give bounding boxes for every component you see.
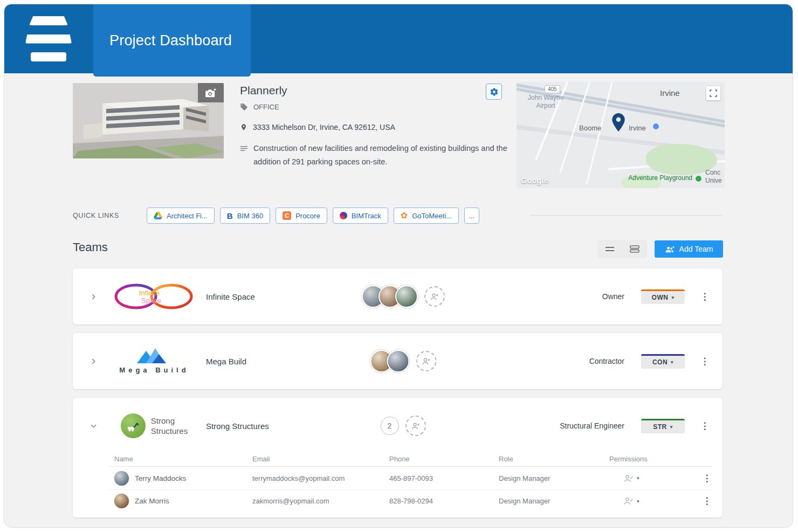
add-member-button[interactable] (424, 286, 445, 307)
caret-down-icon: ▾ (671, 295, 674, 300)
svg-text:Space: Space (141, 296, 161, 305)
caret-down-icon: ▾ (637, 475, 639, 481)
svg-text:Mega Build: Mega Build (119, 366, 189, 374)
map-location-pin-icon[interactable] (611, 113, 625, 134)
member-row-terry-maddocks: Terry Maddocks terrymaddocks@yopmail.com… (108, 467, 712, 489)
bim360-icon: B (227, 211, 233, 220)
expand-chevron-right-icon[interactable] (87, 355, 100, 368)
map-poi-dot-icon (652, 123, 659, 130)
project-settings-button[interactable] (486, 84, 502, 100)
google-drive-icon (154, 212, 162, 219)
add-team-button[interactable]: Add Team (655, 240, 723, 258)
quick-links-divider (530, 215, 723, 216)
member-count-badge[interactable]: 2 (381, 417, 399, 435)
quick-links-more-button[interactable]: ... (464, 208, 479, 224)
page-tab: Project Dashboard (93, 4, 251, 77)
app-window: Project Dashboard (4, 4, 793, 528)
expand-chevron-right-icon[interactable] (87, 290, 100, 303)
map-label-clipped: Conc Unive (705, 169, 725, 185)
tag-icon (240, 103, 248, 111)
change-photo-button[interactable] (198, 83, 224, 102)
team-row-infinite-space: Infinite Space Infinite Space Owner OWN … (73, 268, 723, 324)
teams-view-toggle (597, 240, 647, 258)
person-add-icon (430, 292, 439, 301)
member-phone: 465-897-0093 (389, 474, 499, 482)
plannerly-logo-icon[interactable] (22, 16, 75, 61)
project-type: OFFICE (253, 103, 279, 111)
team-role: Structural Engineer (495, 398, 624, 454)
map-fullscreen-button[interactable] (706, 86, 720, 100)
member-role: Design Manager (499, 497, 609, 505)
col-header-name: Name (114, 455, 252, 463)
members-table-header: Name Email Phone Role Permissions (108, 452, 712, 467)
add-member-button[interactable] (405, 416, 426, 436)
member-email: zakmorris@yopmail.com (252, 497, 389, 505)
project-description: Construction of new facilities and remod… (253, 142, 512, 169)
card-view-icon (630, 245, 639, 253)
team-row-strong-structures: Strong Structures Strong Structures 2 St… (73, 398, 723, 517)
project-thumbnail (73, 83, 224, 158)
team-logo-infinite-space: Infinite Space (106, 268, 202, 324)
members-table: Name Email Phone Role Permissions Terry … (108, 452, 712, 512)
avatar (114, 471, 129, 486)
team-avatars (362, 268, 445, 324)
team-row-mega-build: Mega Build Mega Build Contractor CON ▾ ⋮ (73, 333, 723, 389)
team-role: Owner (495, 268, 624, 324)
project-name: Plannerly (240, 84, 512, 97)
fullscreen-icon (710, 89, 717, 97)
project-address: 3333 Michelson Dr, Irvine, CA 92612, USA (253, 123, 395, 132)
permission-tag-button[interactable]: OWN ▾ (641, 289, 685, 304)
permission-tag-label: OWN (652, 294, 669, 301)
quick-link-architect-files[interactable]: Architect Fi... (147, 208, 215, 224)
member-overflow-menu-button[interactable]: ⋮ (701, 471, 713, 486)
col-header-email: Email (252, 455, 389, 463)
avatar (114, 494, 129, 508)
caret-down-icon: ▾ (637, 499, 639, 504)
member-permissions-button[interactable]: ▾ (623, 474, 639, 483)
add-member-button[interactable] (416, 351, 436, 371)
avatar[interactable] (395, 285, 418, 308)
col-header-permissions: Permissions (609, 455, 701, 463)
gotomeeting-icon: ✿ (401, 211, 408, 220)
map-label-city: Irvine (660, 88, 680, 98)
project-details: Plannerly OFFICE 3333 Michelson Dr, Irvi… (240, 84, 512, 169)
highway-shield-badge: 405 (545, 85, 560, 93)
person-edit-icon (623, 474, 634, 483)
quick-link-bim360[interactable]: B BIM 360 (220, 208, 270, 224)
logo-bar (29, 16, 68, 25)
logo-bar (31, 52, 66, 61)
list-view-icon (605, 246, 615, 252)
collapse-chevron-down-icon[interactable] (87, 419, 100, 432)
member-row-zak-morris: Zak Morris zakmorris@yopmail.com 828-798… (108, 489, 712, 512)
quick-link-label: GoToMeeti... (412, 212, 452, 220)
card-view-button[interactable] (622, 240, 647, 258)
map-park-dot-icon (695, 175, 702, 182)
overflow-menu-button[interactable]: ⋮ (699, 354, 711, 369)
team-name: Infinite Space (206, 268, 255, 324)
person-edit-icon (623, 496, 634, 506)
project-map[interactable]: 405 John Wayne Airport Irvine Boome Irvi… (517, 82, 725, 188)
team-name: Mega Build (206, 333, 246, 389)
caret-down-icon: ▾ (670, 424, 673, 430)
team-avatars (370, 333, 436, 389)
app-header: Project Dashboard (4, 4, 793, 73)
team-logo-strong-structures: Strong Structures (106, 398, 202, 454)
col-header-phone: Phone (389, 455, 499, 463)
overflow-menu-button[interactable]: ⋮ (699, 289, 711, 304)
team-logo-mega-build: Mega Build (106, 333, 202, 389)
overflow-menu-button[interactable]: ⋮ (699, 418, 711, 433)
quick-links-bar: Architect Fi... B BIM 360 C Procore BIMT… (147, 208, 479, 224)
quick-link-bimtrack[interactable]: BIMTrack (333, 208, 388, 224)
quick-link-procore[interactable]: C Procore (276, 208, 327, 224)
permission-tag-button[interactable]: CON ▾ (641, 354, 685, 369)
avatar[interactable] (387, 350, 409, 372)
map-label-park: Adventure Playground (628, 174, 692, 182)
teams-heading: Teams (73, 240, 108, 254)
wordmark-line: Structures (151, 426, 188, 436)
member-overflow-menu-button[interactable]: ⋮ (701, 494, 713, 509)
map-label-poi-left: Boome (579, 124, 601, 132)
permission-tag-button[interactable]: STR ▾ (641, 419, 685, 433)
list-view-button[interactable] (597, 240, 622, 258)
member-permissions-button[interactable]: ▾ (623, 496, 639, 506)
quick-link-gotomeeting[interactable]: ✿ GoToMeeti... (394, 208, 459, 224)
